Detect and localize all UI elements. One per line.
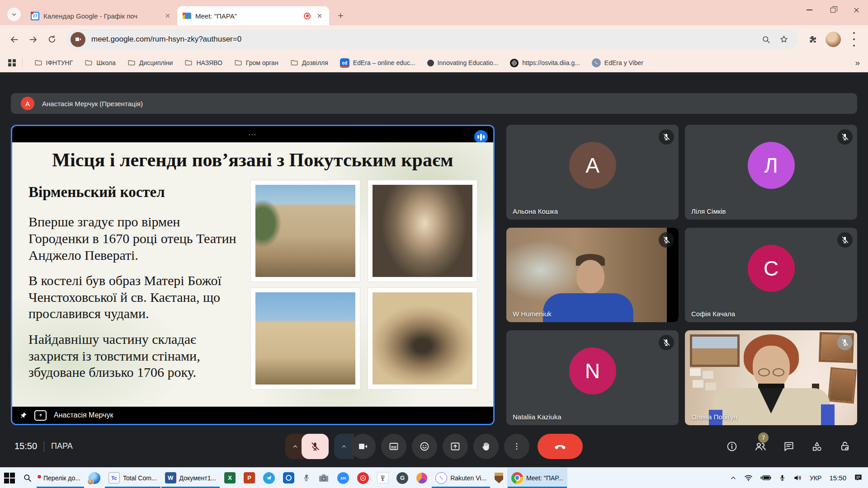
more-options-button[interactable] bbox=[504, 434, 529, 459]
taskbar-app-compass[interactable] bbox=[279, 468, 298, 488]
folder-icon bbox=[234, 59, 242, 67]
people-panel-button[interactable]: 7 bbox=[754, 440, 767, 453]
close-tab-icon[interactable] bbox=[315, 11, 325, 21]
telegram-icon bbox=[263, 472, 275, 484]
profile-avatar[interactable] bbox=[826, 32, 841, 47]
activities-icon[interactable] bbox=[811, 441, 823, 452]
new-tab-button[interactable] bbox=[334, 9, 347, 22]
participant-name: Ліля Сімків bbox=[691, 207, 726, 215]
taskbar-app-telegram[interactable] bbox=[259, 468, 279, 488]
url-text[interactable]: meet.google.com/rum-hsyn-zky?authuser=0 bbox=[91, 35, 241, 44]
microphone-icon bbox=[302, 474, 310, 482]
meeting-info-icon[interactable] bbox=[726, 441, 738, 452]
bookmark-folder-nazyavo[interactable]: НАЗЯВО bbox=[184, 59, 222, 67]
taskbar-app-trident[interactable] bbox=[373, 468, 392, 488]
restore-button[interactable] bbox=[821, 0, 844, 20]
present-button[interactable] bbox=[443, 434, 468, 459]
close-tab-icon[interactable] bbox=[163, 11, 173, 21]
taskbar-app-paint[interactable] bbox=[412, 468, 431, 488]
participant-tile-video[interactable]: Олена Побігун bbox=[685, 330, 857, 425]
coat-of-arms-icon bbox=[495, 473, 503, 483]
taskbar-app-excel[interactable]: X bbox=[220, 468, 240, 488]
end-call-button[interactable] bbox=[538, 434, 583, 459]
bookmark-folder-shkola[interactable]: Школа bbox=[85, 59, 116, 67]
hidden-icons-chevron[interactable] bbox=[730, 475, 736, 481]
participant-tile-video[interactable]: W Humeniuk bbox=[506, 228, 679, 323]
camera-permission-icon[interactable] bbox=[71, 32, 85, 47]
audio-playing-icon bbox=[474, 130, 488, 144]
start-button[interactable] bbox=[0, 468, 19, 488]
bookmark-folder-dozvillia[interactable]: Дозвілля bbox=[290, 59, 328, 67]
wifi-icon[interactable] bbox=[744, 474, 753, 482]
tile-options-dots[interactable]: ⋯ bbox=[12, 126, 493, 142]
taskbar-app-g[interactable]: G bbox=[392, 468, 412, 488]
chrome-icon bbox=[511, 472, 523, 484]
host-controls-lock-icon[interactable] bbox=[839, 441, 851, 452]
reload-button[interactable] bbox=[42, 30, 61, 49]
reactions-button[interactable] bbox=[412, 434, 437, 459]
taskbar-app-chrome-perelik[interactable]: Перелік до... bbox=[36, 468, 85, 488]
zoom-magnifier-icon[interactable] bbox=[762, 35, 770, 44]
taskbar-app-chrome-meet[interactable]: Meet: "ПАР... bbox=[507, 468, 567, 488]
taskbar-clock[interactable]: 15:50 bbox=[829, 474, 846, 482]
taskbar-app-total-commander[interactable]: Tc Total Com... bbox=[104, 468, 161, 488]
presentation-tile[interactable]: ⋯ Місця і легенди пов’язані з Покутським… bbox=[11, 125, 495, 425]
tab-list-button[interactable] bbox=[7, 8, 21, 21]
pin-icon[interactable] bbox=[19, 412, 27, 419]
mic-mute-button[interactable] bbox=[302, 434, 329, 459]
taskbar-app-media-player[interactable] bbox=[353, 468, 373, 488]
bookmark-folder-ifntung[interactable]: ІФНТУНГ bbox=[34, 59, 73, 67]
presentation-footer: Анастасія Мерчук bbox=[12, 407, 493, 424]
camera-button[interactable] bbox=[350, 434, 376, 459]
taskbar-app-edge-profile[interactable] bbox=[85, 468, 104, 488]
taskbar-app-voice-recorder[interactable] bbox=[298, 468, 314, 488]
bookmark-edera-viber[interactable]: EdEra у Viber bbox=[592, 58, 643, 67]
taskbar-app-powerpoint[interactable]: P bbox=[240, 468, 259, 488]
taskbar-app-word[interactable]: W Документ1... bbox=[161, 468, 221, 488]
bookmark-star-icon[interactable] bbox=[779, 35, 788, 44]
close-window-button[interactable] bbox=[844, 0, 868, 20]
participant-tile[interactable]: Л Ліля Сімків bbox=[685, 125, 857, 220]
chat-icon[interactable] bbox=[783, 441, 795, 452]
kebab-icon bbox=[512, 442, 521, 451]
taskbar-app-camera[interactable] bbox=[314, 468, 333, 488]
bookmark-edera[interactable]: ed EdEra – online educ... bbox=[340, 58, 415, 68]
church-exterior-photo bbox=[251, 180, 360, 282]
tray-microphone-icon[interactable] bbox=[779, 474, 786, 481]
browser-tab-strip: 27 Календар Google - Графік поч Meet: "П… bbox=[0, 0, 868, 25]
address-bar[interactable]: meet.google.com/rum-hsyn-zky?authuser=0 bbox=[66, 29, 798, 49]
participant-tile[interactable]: С Софія Качала bbox=[685, 228, 857, 323]
language-indicator[interactable]: УКР bbox=[810, 474, 821, 482]
taskbar-app-viber[interactable]: Rakuten Vi... bbox=[431, 468, 491, 488]
bookmark-folder-dyscypliny[interactable]: Дисципліни bbox=[127, 59, 173, 67]
captions-button[interactable] bbox=[381, 434, 406, 459]
bookmarks-overflow-chevrons[interactable]: » bbox=[855, 58, 860, 68]
extensions-button[interactable] bbox=[803, 30, 822, 49]
tab-calendar[interactable]: 27 Календар Google - Графік поч bbox=[25, 6, 177, 25]
participant-tile[interactable]: А Альона Кошка bbox=[506, 125, 679, 220]
windows-taskbar: Перелік до... Tc Total Com... W Документ… bbox=[0, 467, 868, 488]
minimize-button[interactable] bbox=[797, 0, 821, 20]
forward-button[interactable] bbox=[24, 30, 42, 49]
bookmark-innovating[interactable]: Innovating Educatio... bbox=[427, 59, 499, 66]
taskbar-search-button[interactable] bbox=[19, 468, 36, 488]
speaker-icon[interactable] bbox=[793, 474, 802, 482]
action-center-icon[interactable] bbox=[854, 474, 863, 482]
folder-icon bbox=[290, 59, 298, 67]
taskbar-app-zoom[interactable]: zm bbox=[333, 468, 353, 488]
battery-icon[interactable] bbox=[760, 475, 771, 481]
bookmark-osvita-diia[interactable]: https://osvita.diia.g... bbox=[510, 59, 580, 67]
tab-meet[interactable]: Meet: "ПАРА" bbox=[177, 6, 329, 25]
apps-grid-icon[interactable] bbox=[8, 59, 16, 67]
participant-tile[interactable]: N Nataliia Kaziuka bbox=[506, 330, 679, 425]
recording-indicator-icon bbox=[304, 13, 311, 19]
presenter-banner: А Анастасія Мерчук (Презентація) bbox=[11, 93, 857, 114]
bookmark-folder-hrom-orhan[interactable]: Гром орган bbox=[234, 59, 278, 67]
back-button[interactable] bbox=[5, 30, 24, 49]
raise-hand-button[interactable] bbox=[473, 434, 499, 459]
browser-menu-button[interactable] bbox=[844, 30, 863, 49]
clock-text: 15:50 bbox=[14, 441, 37, 451]
taskbar-app-emblem[interactable] bbox=[491, 468, 507, 488]
slide-text-column: Вірменьский костел Вперше згадує про вір… bbox=[28, 180, 239, 390]
puzzle-icon bbox=[808, 35, 817, 44]
